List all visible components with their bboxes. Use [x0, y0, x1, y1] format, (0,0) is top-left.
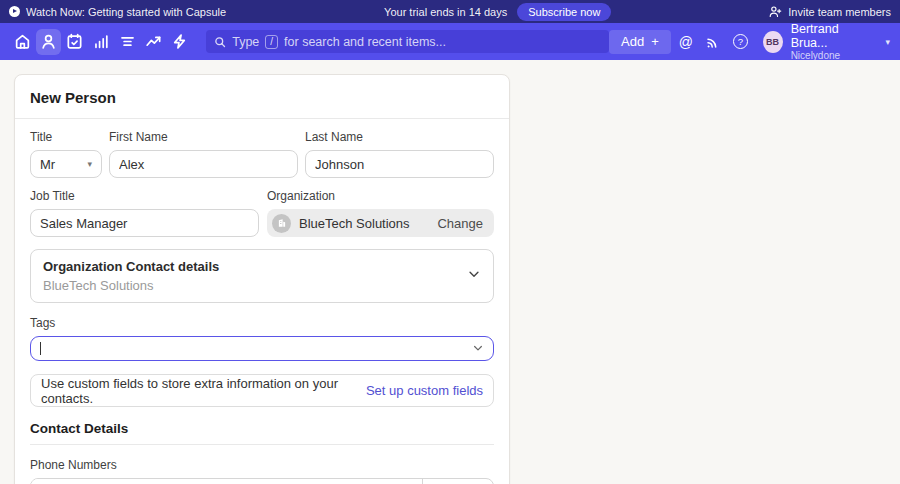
person-icon[interactable] [36, 29, 61, 55]
avatar: BB [763, 31, 783, 53]
person-plus-icon [769, 5, 782, 18]
tasks-list-icon[interactable] [115, 29, 140, 55]
phone-numbers-label: Phone Numbers [30, 458, 494, 472]
job-title-field[interactable] [30, 209, 259, 237]
tags-section: Tags [30, 316, 494, 361]
invite-team-members-label: Invite team members [788, 6, 891, 18]
invite-team-members-link[interactable]: Invite team members [769, 5, 891, 18]
add-button-label: Add [621, 34, 644, 49]
subscribe-now-button[interactable]: Subscribe now [517, 3, 611, 21]
chevron-down-icon [472, 340, 484, 358]
divider [30, 444, 494, 445]
job-title-label: Job Title [30, 189, 259, 203]
title-label: Title [30, 130, 102, 144]
help-icon[interactable]: ? [728, 29, 752, 55]
announcement-bar: Watch Now: Getting started with Capsule … [0, 0, 900, 23]
chevron-down-icon: ▾ [885, 37, 890, 47]
page-title: New Person [30, 75, 494, 118]
phone-number-group: Mobile ▾ [30, 478, 494, 484]
tags-label: Tags [30, 316, 494, 330]
question-glyph: ? [733, 34, 748, 49]
trend-icon[interactable] [141, 29, 166, 55]
home-icon[interactable] [10, 29, 35, 55]
organization-field: BlueTech Solutions Change [267, 209, 494, 237]
page-content: New Person Title Mr ▾ First Name Last Na… [0, 60, 900, 484]
first-name-label: First Name [109, 130, 298, 144]
change-organization-link[interactable]: Change [437, 216, 483, 231]
search-input[interactable]: Type / for search and recent items... [206, 30, 609, 53]
broadcast-icon[interactable] [701, 29, 725, 55]
custom-fields-text: Use custom fields to store extra informa… [41, 376, 366, 406]
watch-now-link[interactable]: Watch Now: Getting started with Capsule [9, 6, 226, 18]
chevron-down-icon [467, 267, 481, 285]
play-icon [9, 6, 20, 17]
search-placeholder-suffix: for search and recent items... [284, 35, 446, 49]
slash-key-badge: / [265, 35, 278, 49]
title-select[interactable]: Mr ▾ [30, 150, 102, 178]
new-person-card: New Person Title Mr ▾ First Name Last Na… [14, 74, 510, 484]
phone-type-select[interactable]: Mobile ▾ [422, 479, 493, 484]
user-menu[interactable]: BB Bertrand Brua... Nicelydone ▾ [763, 22, 891, 61]
title-select-value: Mr [40, 157, 55, 172]
divider [15, 118, 509, 119]
last-name-field[interactable] [305, 150, 494, 178]
organization-value: BlueTech Solutions [299, 216, 429, 231]
tags-input[interactable] [30, 336, 494, 361]
last-name-label: Last Name [305, 130, 494, 144]
job-org-row: Job Title Organization BlueTech Solution… [30, 189, 494, 237]
org-details-subtitle: BlueTech Solutions [43, 278, 467, 293]
search-placeholder-prefix: Type [232, 35, 259, 49]
bolt-icon[interactable] [167, 29, 192, 55]
trial-countdown-text: Your trial ends in 14 days [384, 6, 507, 18]
contact-details-heading: Contact Details [30, 421, 494, 436]
main-navbar: Type / for search and recent items... Ad… [0, 23, 900, 60]
phone-number-field[interactable] [31, 479, 422, 484]
text-cursor [40, 342, 41, 355]
organization-avatar [272, 214, 291, 233]
custom-fields-banner: Use custom fields to store extra informa… [30, 374, 494, 407]
building-icon [277, 218, 287, 228]
first-name-field[interactable] [109, 150, 298, 178]
watch-now-label: Watch Now: Getting started with Capsule [26, 6, 226, 18]
plus-icon: + [651, 34, 659, 49]
organization-label: Organization [267, 189, 494, 203]
set-up-custom-fields-link[interactable]: Set up custom fields [366, 383, 483, 398]
name-row: Title Mr ▾ First Name Last Name [30, 130, 494, 178]
bar-chart-icon[interactable] [89, 29, 114, 55]
caret-down-icon: ▾ [87, 159, 92, 169]
at-glyph: @ [679, 34, 693, 50]
search-icon [214, 36, 226, 48]
organization-contact-details-toggle[interactable]: Organization Contact details BlueTech So… [30, 249, 494, 303]
org-details-title: Organization Contact details [43, 259, 467, 274]
mentions-icon[interactable]: @ [674, 29, 698, 55]
calendar-icon[interactable] [62, 29, 87, 55]
add-button[interactable]: Add + [609, 30, 671, 54]
user-name: Bertrand Brua... [791, 22, 872, 50]
